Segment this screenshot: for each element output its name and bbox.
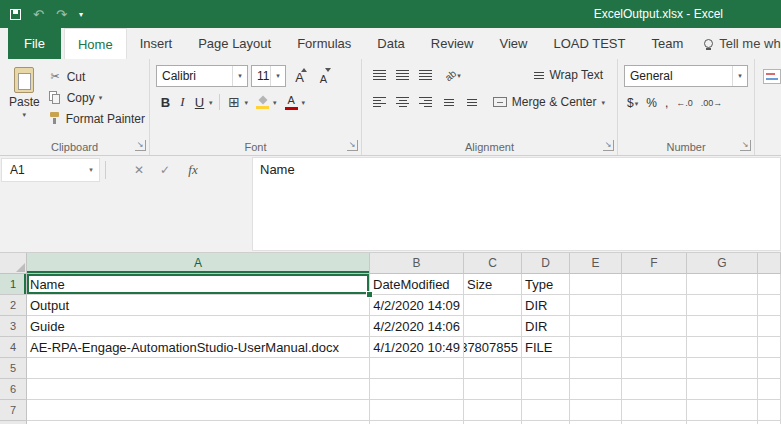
cell-overflow-6[interactable] <box>758 379 781 400</box>
cell-A5[interactable] <box>27 358 370 379</box>
column-header-G[interactable]: G <box>687 253 758 274</box>
number-format-combobox[interactable]: General ▾ <box>624 65 748 87</box>
accounting-format-button[interactable]: $▾ <box>627 96 638 110</box>
cell-overflow-5[interactable] <box>758 358 781 379</box>
cell-E6[interactable] <box>570 379 622 400</box>
cell-B2[interactable]: 4/2/2020 14:09 <box>370 295 464 316</box>
cell-G7[interactable] <box>687 400 758 421</box>
cell-D1[interactable]: Type <box>522 274 570 295</box>
cell-A4[interactable]: AE-RPA-Engage-AutomationStudio-UserManua… <box>27 337 370 358</box>
tell-me[interactable]: Tell me what y <box>696 28 781 59</box>
column-header-A[interactable]: A <box>27 253 370 274</box>
percent-style-button[interactable]: % <box>646 96 657 110</box>
cut-button[interactable]: ✂ Cut <box>46 66 147 87</box>
italic-button[interactable]: I <box>175 94 190 110</box>
tab-home[interactable]: Home <box>64 28 127 59</box>
row-header-1[interactable]: 1 <box>0 274 27 295</box>
save-button[interactable] <box>5 4 26 25</box>
cell-C7[interactable] <box>464 400 522 421</box>
cell-F6[interactable] <box>622 379 687 400</box>
cell-F2[interactable] <box>622 295 687 316</box>
enter-icon[interactable]: ✓ <box>154 160 176 180</box>
align-center-button[interactable] <box>393 93 412 111</box>
cell-D3[interactable]: DIR <box>522 316 570 337</box>
cell-C4[interactable]: 37807855 <box>464 337 522 358</box>
tab-team[interactable]: Team <box>638 28 696 59</box>
font-size-combobox[interactable]: 11 ▾ <box>251 65 286 87</box>
underline-button[interactable]: U <box>192 95 207 110</box>
wrap-text-button[interactable]: Wrap Text <box>534 68 609 82</box>
cell-C5[interactable] <box>464 358 522 379</box>
row-header-3[interactable]: 3 <box>0 316 27 337</box>
cell-C3[interactable] <box>464 316 522 337</box>
cell-B6[interactable] <box>370 379 464 400</box>
cell-overflow-4[interactable] <box>758 337 781 358</box>
row-header-4[interactable]: 4 <box>0 337 27 358</box>
cell-C1[interactable]: Size <box>464 274 522 295</box>
increase-font-size-button[interactable]: A <box>289 65 310 87</box>
cell-F7[interactable] <box>622 400 687 421</box>
qat-customize-button[interactable]: ▾ <box>74 4 88 25</box>
tab-file[interactable]: File <box>8 28 61 59</box>
cell-overflow-3[interactable] <box>758 316 781 337</box>
row-header-5[interactable]: 5 <box>0 358 27 379</box>
cell-G4[interactable] <box>687 337 758 358</box>
bold-button[interactable]: B <box>158 95 173 110</box>
cell-G5[interactable] <box>687 358 758 379</box>
cell-B3[interactable]: 4/2/2020 14:06 <box>370 316 464 337</box>
cell-A1[interactable]: Name <box>27 274 370 295</box>
cell-A6[interactable] <box>27 379 370 400</box>
cell-E5[interactable] <box>570 358 622 379</box>
fill-color-button[interactable] <box>254 96 271 109</box>
tab-page-layout[interactable]: Page Layout <box>185 28 284 59</box>
tab-data[interactable]: Data <box>364 28 417 59</box>
cell-C6[interactable] <box>464 379 522 400</box>
tab-formulas[interactable]: Formulas <box>284 28 364 59</box>
cell-F3[interactable] <box>622 316 687 337</box>
cell-B1[interactable]: DateModified <box>370 274 464 295</box>
cell-overflow-1[interactable] <box>758 274 781 295</box>
orientation-button[interactable]: ab▾ <box>439 66 467 84</box>
formula-input[interactable]: Name <box>252 157 781 251</box>
paste-button[interactable]: Paste ▾ <box>3 62 46 136</box>
merge-center-button[interactable]: Merge & Center ▾ <box>493 95 609 109</box>
column-header-F[interactable]: F <box>622 253 687 274</box>
format-painter-button[interactable]: Format Painter <box>46 108 147 129</box>
cell-G2[interactable] <box>687 295 758 316</box>
cell-D4[interactable]: FILE <box>522 337 570 358</box>
name-box[interactable]: A1 ▾ <box>1 158 100 182</box>
tab-view[interactable]: View <box>486 28 540 59</box>
increase-decimal-button[interactable]: ←.0 <box>676 98 693 108</box>
column-header-D[interactable]: D <box>522 253 570 274</box>
align-middle-button[interactable] <box>393 66 412 84</box>
cell-G1[interactable] <box>687 274 758 295</box>
font-dialog-launcher[interactable]: ↘ <box>347 140 358 151</box>
align-right-button[interactable] <box>416 93 435 111</box>
cell-A3[interactable]: Guide <box>27 316 370 337</box>
fill-handle[interactable] <box>366 291 373 298</box>
column-header-B[interactable]: B <box>370 253 464 274</box>
decrease-font-size-button[interactable]: A <box>313 65 334 87</box>
cell-F5[interactable] <box>622 358 687 379</box>
cell-D5[interactable] <box>522 358 570 379</box>
decrease-decimal-button[interactable]: .00→ <box>701 98 723 108</box>
insert-function-icon[interactable]: fx <box>182 160 204 180</box>
cell-G3[interactable] <box>687 316 758 337</box>
font-color-button[interactable]: A <box>283 95 300 110</box>
align-top-button[interactable] <box>370 66 389 84</box>
alignment-dialog-launcher[interactable]: ↘ <box>603 140 614 151</box>
cell-E2[interactable] <box>570 295 622 316</box>
tab-load-test[interactable]: LOAD TEST <box>540 28 638 59</box>
cell-E7[interactable] <box>570 400 622 421</box>
row-header-2[interactable]: 2 <box>0 295 27 316</box>
align-bottom-button[interactable] <box>416 66 435 84</box>
cell-G6[interactable] <box>687 379 758 400</box>
cell-A7[interactable] <box>27 400 370 421</box>
cell-D7[interactable] <box>522 400 570 421</box>
cell-B7[interactable] <box>370 400 464 421</box>
cell-E4[interactable] <box>570 337 622 358</box>
increase-indent-button[interactable] <box>462 93 481 111</box>
cell-E1[interactable] <box>570 274 622 295</box>
undo-button[interactable]: ↶ <box>28 4 49 25</box>
cell-B4[interactable]: 4/1/2020 10:49 <box>370 337 464 358</box>
